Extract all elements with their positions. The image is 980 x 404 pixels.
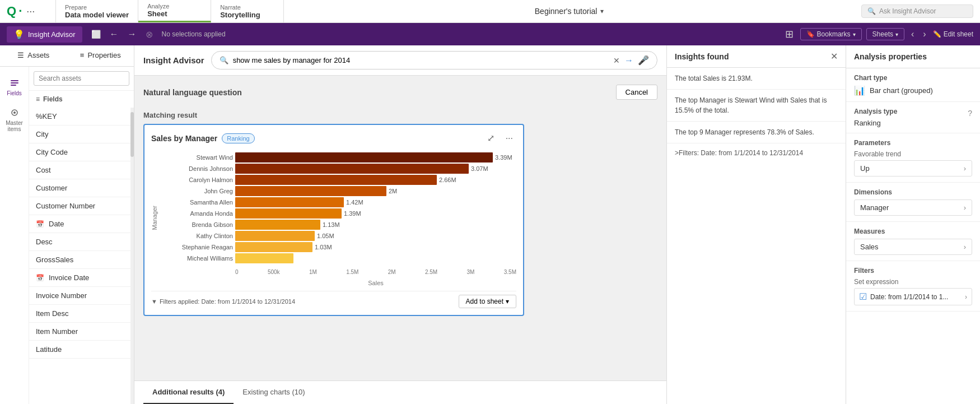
cancel-button[interactable]: Cancel [616, 85, 657, 100]
add-to-sheet-button[interactable]: Add to sheet ▾ [459, 295, 516, 308]
insights-panel: Insights found ✕ The total Sales is 21.9… [666, 45, 846, 404]
bar-fill[interactable] [235, 152, 493, 162]
field-label: City Code [36, 148, 68, 156]
sidebar-item-fields[interactable]: Fields [0, 73, 29, 101]
sheets-prev-button[interactable]: ‹ [909, 27, 916, 41]
field-label: GrossSales [36, 256, 73, 264]
field-item-city[interactable]: City [29, 126, 130, 143]
nav-analyze[interactable]: Analyze Sheet [138, 0, 211, 22]
measures-section: Measures Sales › [846, 222, 980, 261]
fields-list: %KEY City City Code Cost Customer [29, 108, 130, 404]
scroll-thumb[interactable] [130, 112, 134, 157]
bar-container: 1.05M [235, 231, 516, 241]
bar-row: Micheal Williams [160, 253, 516, 263]
field-label: Item Desc [36, 309, 69, 318]
field-item-gross-sales[interactable]: GrossSales [29, 251, 130, 269]
sidebar-item-master-items[interactable]: Master items [0, 103, 29, 137]
second-nav-right: ⊞ 🔖 Bookmarks ▾ Sheets ▾ ‹ › ✏️ Edit she… [783, 26, 973, 43]
field-item-invoice-number[interactable]: Invoice Number [29, 287, 130, 305]
filter-item[interactable]: ☑ Date: from 1/1/2014 to 1... › [854, 288, 972, 305]
bar-fill[interactable] [235, 208, 342, 219]
nav-prepare[interactable]: Prepare Data model viewer [56, 0, 138, 22]
x-axis-tick: 3M [467, 269, 475, 275]
field-item-cost[interactable]: Cost [29, 161, 130, 179]
field-label: Latitude [36, 345, 62, 354]
forward-button[interactable]: → [125, 27, 139, 41]
favorable-trend-label: Favorable trend [854, 150, 972, 158]
tab-additional-results[interactable]: Additional results (4) [143, 381, 234, 404]
analysis-type-label: Analysis type [854, 108, 897, 115]
field-item-key[interactable]: %KEY [29, 108, 130, 126]
insight-advisor-title: Insight Advisor [143, 55, 204, 65]
field-item-invoice-date[interactable]: 📅 Invoice Date [29, 269, 130, 287]
grid-view-button[interactable]: ⊞ [783, 26, 796, 43]
app-title[interactable]: Beginner's tutorial ▾ [284, 0, 855, 22]
bookmarks-button[interactable]: 🔖 Bookmarks ▾ [800, 28, 862, 40]
bar-fill[interactable] [235, 231, 315, 241]
expand-chart-button[interactable]: ⤢ [484, 132, 498, 145]
field-item-customer[interactable]: Customer [29, 179, 130, 197]
bar-row: Carolyn Halmon2.66M [160, 175, 516, 185]
bar-fill[interactable] [235, 197, 344, 207]
x-axis-tick: 2.5M [425, 269, 437, 275]
dimension-item[interactable]: Manager › [854, 199, 972, 216]
filter-info: ▼ Filters applied: Date: from 1/1/2014 t… [151, 298, 295, 305]
bottom-tabs: Additional results (4) Existing charts (… [134, 380, 666, 404]
chart-body: Manager Stewart Wind3.39MDennis Johnson3… [151, 149, 516, 286]
tab-properties[interactable]: ≡ Properties [67, 45, 134, 66]
tab-assets[interactable]: ☰ Assets [0, 45, 67, 66]
sheets-next-button[interactable]: › [921, 27, 928, 41]
measure-item[interactable]: Sales › [854, 239, 972, 255]
bar-row: Stewart Wind3.39M [160, 152, 516, 162]
main-layout: ☰ Assets ≡ Properties Fields [0, 45, 980, 404]
nav-narrate[interactable]: Narrate Storytelling [211, 0, 284, 22]
bar-fill[interactable] [235, 242, 312, 252]
field-item-item-desc[interactable]: Item Desc [29, 305, 130, 323]
bar-fill[interactable] [235, 164, 469, 174]
clear-search-button[interactable]: ✕ [613, 56, 620, 65]
bar-value: 1.13M [323, 221, 340, 228]
submit-search-button[interactable]: → [624, 55, 633, 66]
scroll-track [130, 108, 134, 404]
field-item-city-code[interactable]: City Code [29, 143, 130, 161]
sheets-button[interactable]: Sheets ▾ [866, 28, 904, 40]
clear-button[interactable]: ⊗ [143, 27, 155, 42]
favorable-trend-item[interactable]: Up › [854, 160, 972, 177]
field-label: Customer [36, 184, 67, 192]
ask-insight-advisor-search[interactable]: 🔍 Ask Insight Advisor [861, 4, 973, 18]
field-item-date[interactable]: 📅 Date [29, 215, 130, 233]
bar-container [235, 253, 516, 263]
search-assets-input[interactable] [34, 71, 129, 86]
help-icon[interactable]: ? [968, 109, 972, 118]
insight-advisor-button[interactable]: 💡 Insight Advisor [7, 26, 82, 43]
chart-more-button[interactable]: ··· [502, 132, 516, 145]
field-label: Invoice Date [49, 273, 89, 282]
properties-icon: ≡ [80, 51, 85, 59]
bar-row: John Greg2M [160, 186, 516, 196]
nl-question-section: Natural language question Cancel [143, 85, 657, 104]
bar-fill[interactable] [235, 175, 437, 185]
bar-value: 1.39M [344, 210, 361, 217]
more-options-button[interactable]: ··· [22, 6, 39, 17]
back-button[interactable]: ← [108, 27, 121, 41]
chart-type-item: 📊 Bar chart (grouped) [854, 85, 972, 96]
field-item-desc[interactable]: Desc [29, 233, 130, 251]
voice-search-button[interactable]: 🎤 [638, 55, 649, 66]
bar-fill[interactable] [235, 186, 386, 196]
field-item-latitude[interactable]: Latitude [29, 341, 130, 359]
qlik-logo[interactable]: Q · [7, 4, 22, 18]
tab-existing-charts[interactable]: Existing charts (10) [234, 381, 314, 404]
x-axis-tick: 3.5M [504, 269, 516, 275]
filter-icon: ▼ [151, 298, 157, 305]
fields-section: %KEY City City Code Cost Customer [29, 108, 134, 404]
field-item-customer-number[interactable]: Customer Number [29, 197, 130, 215]
bar-fill[interactable] [235, 253, 293, 263]
insight-search-input[interactable] [233, 56, 609, 64]
edit-sheet-button[interactable]: ✏️ Edit sheet [933, 30, 973, 38]
bar-label: Samantha Allen [160, 199, 233, 206]
bar-fill[interactable] [235, 220, 320, 230]
select-tool-button[interactable]: ⬜ [89, 27, 103, 41]
bar-value: 2.66M [439, 177, 456, 183]
insights-close-button[interactable]: ✕ [830, 51, 838, 62]
field-item-item-number[interactable]: Item Number [29, 323, 130, 341]
